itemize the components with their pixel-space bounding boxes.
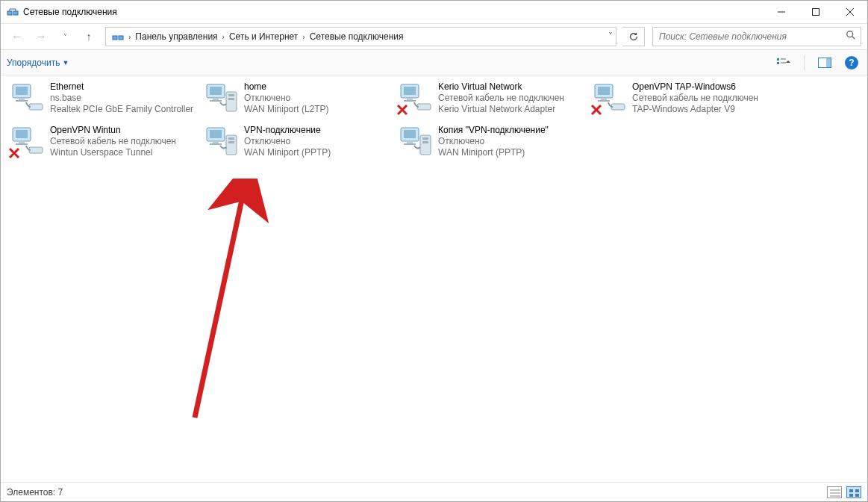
toolbar-separator — [804, 55, 805, 70]
recent-dropdown[interactable]: ˅ — [54, 26, 75, 47]
connection-name: Ethernet — [50, 81, 193, 93]
explorer-window: Сетевые подключения ← → ˅ ↑ › Панель упр… — [0, 0, 868, 502]
navigation-bar: ← → ˅ ↑ › Панель управления › Сеть и Инт… — [1, 23, 867, 50]
connection-item[interactable]: Ethernetns.baseRealtek PCIe GbE Family C… — [7, 78, 198, 119]
item-count-label: Элементов: 7 — [7, 487, 63, 498]
svg-rect-34 — [404, 100, 416, 102]
refresh-button[interactable] — [622, 27, 645, 46]
details-view-icon[interactable] — [827, 486, 842, 498]
thumbnails-view-icon[interactable] — [846, 486, 861, 498]
svg-rect-14 — [777, 62, 779, 64]
connection-text: VPN-подключениеОтключеноWAN Miniport (PP… — [244, 125, 331, 158]
connection-status: Сетевой кабель не подключен — [632, 93, 758, 104]
help-button[interactable]: ? — [842, 55, 861, 70]
minimize-button[interactable] — [764, 1, 799, 23]
address-bar[interactable]: › Панель управления › Сеть и Интернет › … — [105, 27, 616, 46]
address-dropdown-icon[interactable]: ˅ — [608, 31, 613, 42]
svg-rect-40 — [601, 98, 607, 100]
connection-item[interactable]: Kerio Virtual NetworkСетевой кабель не п… — [395, 78, 586, 119]
connection-device: WAN Miniport (L2TP) — [244, 104, 329, 115]
chevron-right-icon[interactable]: › — [301, 33, 306, 41]
connection-text: Ethernetns.baseRealtek PCIe GbE Family C… — [50, 81, 193, 115]
connection-status: Сетевой кабель не подключен — [50, 136, 176, 147]
svg-rect-73 — [855, 494, 859, 497]
help-icon: ? — [845, 56, 858, 69]
breadcrumb-seg-3[interactable]: Сетевые подключения — [307, 31, 407, 42]
svg-rect-32 — [404, 87, 416, 95]
close-button[interactable] — [833, 1, 867, 23]
svg-rect-20 — [16, 87, 28, 95]
titlebar: Сетевые подключения — [1, 1, 867, 23]
svg-rect-10 — [119, 36, 123, 40]
svg-rect-23 — [29, 104, 43, 110]
svg-rect-61 — [407, 141, 413, 143]
connection-name: OpenVPN Wintun — [50, 125, 176, 136]
svg-rect-22 — [16, 100, 28, 102]
connection-icon — [398, 125, 434, 158]
connection-name: VPN-подключение — [244, 125, 331, 136]
svg-rect-33 — [407, 98, 413, 100]
svg-rect-18 — [826, 58, 831, 67]
connection-status: ns.base — [50, 93, 193, 104]
connection-icon — [10, 81, 46, 114]
svg-rect-6 — [813, 9, 819, 16]
svg-rect-9 — [113, 36, 117, 40]
maximize-button[interactable] — [799, 1, 833, 23]
svg-line-66 — [195, 186, 245, 418]
search-box[interactable] — [652, 27, 861, 46]
svg-rect-13 — [777, 58, 779, 61]
status-bar: Элементов: 7 — [1, 482, 867, 501]
breadcrumb-seg-1[interactable]: Панель управления — [132, 31, 220, 42]
connection-item[interactable]: OpenVPN TAP-Windows6Сетевой кабель не по… — [589, 78, 780, 119]
svg-rect-30 — [228, 98, 234, 100]
svg-rect-0 — [7, 11, 12, 15]
window-controls — [764, 1, 867, 23]
svg-rect-42 — [611, 104, 625, 110]
back-button[interactable]: ← — [7, 26, 28, 47]
connection-item[interactable]: OpenVPN WintunСетевой кабель не подключе… — [7, 122, 198, 162]
connection-device: Kerio Virtual Network Adapter — [438, 104, 564, 115]
connection-icon — [10, 125, 46, 158]
connection-device: Realtek PCIe GbE Family Controller — [50, 104, 193, 115]
svg-rect-62 — [404, 143, 416, 145]
connection-icon — [204, 125, 240, 158]
up-button[interactable]: ↑ — [78, 26, 99, 47]
connection-icon — [398, 81, 434, 114]
breadcrumb-seg-2[interactable]: Сеть и Интернет — [226, 31, 301, 42]
svg-rect-27 — [210, 100, 222, 102]
error-overlay-icon — [590, 104, 602, 116]
svg-rect-54 — [213, 141, 219, 143]
svg-rect-64 — [422, 137, 428, 140]
search-icon[interactable] — [846, 30, 856, 43]
svg-rect-49 — [29, 147, 43, 153]
preview-pane-button[interactable] — [815, 55, 834, 70]
error-overlay-icon — [396, 104, 408, 116]
connection-name: OpenVPN TAP-Windows6 — [632, 81, 758, 93]
connection-text: homeОтключеноWAN Miniport (L2TP) — [244, 81, 329, 115]
svg-rect-53 — [210, 130, 222, 138]
content-area[interactable]: Ethernetns.baseRealtek PCIe GbE Family C… — [1, 75, 867, 482]
connection-text: OpenVPN WintunСетевой кабель не подключе… — [50, 125, 176, 158]
chevron-down-icon: ▼ — [62, 59, 69, 66]
chevron-right-icon[interactable]: › — [221, 33, 226, 41]
svg-rect-26 — [213, 98, 219, 100]
connection-item[interactable]: homeОтключеноWAN Miniport (L2TP) — [201, 78, 392, 119]
connection-item[interactable]: Копия "VPN-подключение"ОтключеноWAN Mini… — [395, 122, 586, 162]
svg-rect-55 — [210, 143, 222, 145]
chevron-right-icon[interactable]: › — [127, 33, 132, 41]
svg-line-12 — [852, 37, 855, 40]
search-input[interactable] — [658, 31, 846, 43]
svg-rect-47 — [19, 141, 25, 143]
view-options-button[interactable] — [774, 55, 793, 70]
organize-menu[interactable]: Упорядочить ▼ — [7, 58, 69, 68]
svg-rect-65 — [422, 141, 428, 143]
svg-rect-57 — [228, 137, 234, 140]
connection-status: Отключено — [244, 93, 329, 104]
connection-name: home — [244, 81, 329, 93]
forward-button[interactable]: → — [31, 26, 51, 47]
svg-rect-41 — [598, 100, 610, 102]
connection-device: Wintun Userspace Tunnel — [50, 147, 176, 158]
connection-item[interactable]: VPN-подключениеОтключеноWAN Miniport (PP… — [201, 122, 392, 162]
connection-text: OpenVPN TAP-Windows6Сетевой кабель не по… — [632, 81, 758, 115]
svg-rect-1 — [13, 11, 18, 15]
